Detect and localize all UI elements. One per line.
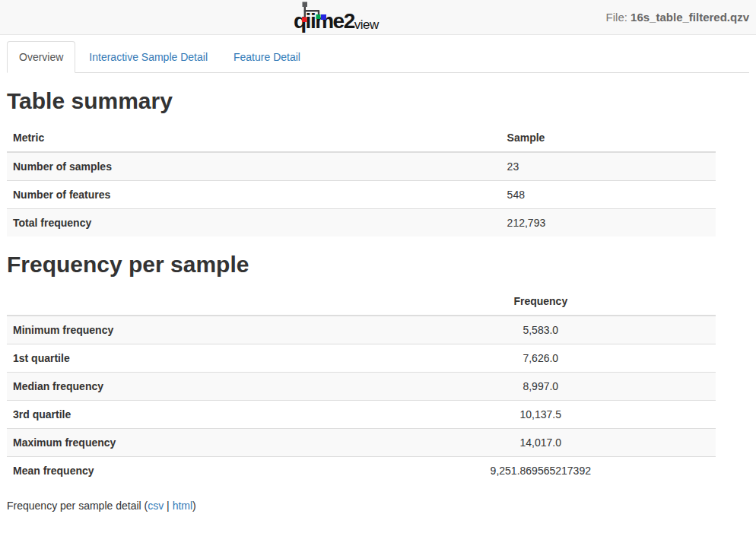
table-row: Number of features548 xyxy=(7,181,716,209)
csv-link[interactable]: csv xyxy=(148,500,164,512)
value-cell: 212,793 xyxy=(501,209,716,237)
tab-feature-detail[interactable]: Feature Detail xyxy=(221,41,313,73)
table-header-row: Frequency xyxy=(7,287,716,316)
table-row: Number of samples23 xyxy=(7,152,716,181)
metric-cell: Mean frequency xyxy=(7,457,366,485)
table-row: Mean frequency9,251.869565217392 xyxy=(7,457,716,485)
qiime2view-logo[interactable]: qiime2 view xyxy=(294,0,379,35)
detail-text-after: ) xyxy=(192,500,196,512)
detail-text-before: Frequency per sample detail ( xyxy=(7,500,148,512)
value-cell: 23 xyxy=(501,152,716,181)
table-header-row: Metric Sample xyxy=(7,124,716,152)
table-row: 1st quartile7,626.0 xyxy=(7,344,716,373)
column-header-empty xyxy=(7,287,366,316)
table-row: Total frequency212,793 xyxy=(7,209,716,237)
metric-cell: Total frequency xyxy=(7,209,501,237)
link-separator: | xyxy=(164,500,172,512)
metric-cell: Number of samples xyxy=(7,152,501,181)
table-summary-table: Metric Sample Number of samples23Number … xyxy=(7,124,716,236)
column-header-metric: Metric xyxy=(7,124,501,152)
value-cell: 9,251.869565217392 xyxy=(366,457,716,485)
frequency-per-sample-title: Frequency per sample xyxy=(7,252,749,277)
column-header-sample: Sample xyxy=(501,124,716,152)
column-header-frequency: Frequency xyxy=(366,287,716,316)
frequency-per-sample-table: Frequency Minimum frequency5,583.01st qu… xyxy=(7,287,716,484)
overview-panel: Table summary Metric Sample Number of sa… xyxy=(0,88,756,512)
value-cell: 548 xyxy=(501,181,716,209)
qiime2-pipeline-icon xyxy=(301,2,329,24)
metric-cell: 3rd quartile xyxy=(7,401,366,429)
value-cell: 14,017.0 xyxy=(366,429,716,457)
table-row: Minimum frequency5,583.0 xyxy=(7,316,716,344)
table-row: Median frequency8,997.0 xyxy=(7,373,716,401)
tab-overview[interactable]: Overview xyxy=(7,41,75,73)
table-row: 3rd quartile10,137.5 xyxy=(7,401,716,429)
frequency-detail-line: Frequency per sample detail (csv | html) xyxy=(7,500,749,512)
metric-cell: Number of features xyxy=(7,181,501,209)
html-link[interactable]: html xyxy=(173,500,192,512)
metric-cell: Minimum frequency xyxy=(7,316,366,344)
metric-cell: Maximum frequency xyxy=(7,429,366,457)
tab-bar: Overview Interactive Sample Detail Featu… xyxy=(7,41,749,73)
navbar: qiime2 view File: 16s_table_filtered.qzv xyxy=(0,0,756,35)
file-name: 16s_table_filtered.qzv xyxy=(631,11,749,24)
metric-cell: Median frequency xyxy=(7,373,366,401)
logo-suffix-text: view xyxy=(354,18,379,32)
table-summary-title: Table summary xyxy=(7,88,749,113)
value-cell: 7,626.0 xyxy=(366,344,716,373)
value-cell: 10,137.5 xyxy=(366,401,716,429)
tab-interactive-sample-detail[interactable]: Interactive Sample Detail xyxy=(77,41,220,73)
value-cell: 8,997.0 xyxy=(366,373,716,401)
table-row: Maximum frequency14,017.0 xyxy=(7,429,716,457)
file-label: File: xyxy=(606,11,627,24)
file-info: File: 16s_table_filtered.qzv xyxy=(606,0,749,35)
metric-cell: 1st quartile xyxy=(7,344,366,373)
value-cell: 5,583.0 xyxy=(366,316,716,344)
